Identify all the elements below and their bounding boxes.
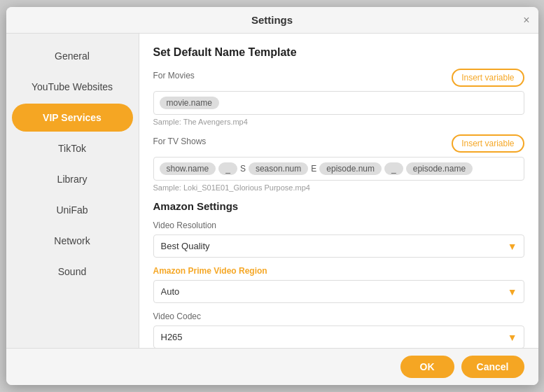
e-label: E [311, 164, 316, 174]
movie-template-field[interactable]: movie.name [153, 91, 524, 115]
page-title: Set Default Name Template [153, 46, 524, 59]
video-resolution-wrapper: Best Quality 1080p 720p 480p ▼ [153, 234, 524, 258]
main-content: Set Default Name Template For Movies Ins… [139, 34, 538, 348]
season-num-token: season.num [249, 162, 308, 175]
close-button[interactable]: × [523, 15, 529, 26]
tv-template-field[interactable]: show.name _ S season.num E episode.num _… [153, 157, 524, 181]
sidebar-item-library[interactable]: Library [12, 165, 133, 193]
dialog-title: Settings [251, 14, 293, 26]
movie-sample: Sample: The Avengers.mp4 [153, 118, 524, 126]
sidebar-item-vip-services[interactable]: VIP Services [12, 104, 133, 132]
video-resolution-select[interactable]: Best Quality 1080p 720p 480p [153, 234, 524, 258]
amazon-section-title: Amazon Settings [153, 200, 524, 212]
sep1-token: _ [218, 162, 237, 175]
dialog-body: General YouTube Websites VIP Services Ti… [6, 34, 538, 348]
video-codec-wrapper: H265 H264 AV1 ▼ [153, 326, 524, 348]
episode-num-token: episode.num [319, 162, 382, 175]
amazon-region-select[interactable]: Auto US UK DE JP [153, 280, 524, 303]
sidebar-item-sound[interactable]: Sound [12, 258, 133, 286]
sidebar-item-tiktok[interactable]: TikTok [12, 134, 133, 162]
sidebar-item-network[interactable]: Network [12, 227, 133, 255]
sep2-token: _ [384, 162, 403, 175]
ok-button[interactable]: OK [400, 356, 454, 378]
for-movies-label: For Movies [153, 71, 195, 80]
cancel-button[interactable]: Cancel [461, 356, 524, 378]
title-bar: Settings × [6, 7, 538, 34]
show-name-token: show.name [160, 162, 216, 175]
for-tv-shows-label: For TV Shows [153, 136, 207, 146]
dialog-footer: OK Cancel [6, 348, 538, 385]
amazon-region-wrapper: Auto US UK DE JP ▼ [153, 280, 524, 303]
settings-dialog: Settings × General YouTube Websites VIP … [6, 7, 538, 385]
sidebar-item-youtube-websites[interactable]: YouTube Websites [12, 73, 133, 101]
sidebar-item-unifab[interactable]: UniFab [12, 196, 133, 224]
movie-name-token: movie.name [160, 97, 219, 109]
video-codec-select[interactable]: H265 H264 AV1 [153, 326, 524, 348]
tv-shows-row: For TV Shows Insert variable [153, 134, 524, 153]
sidebar-item-general[interactable]: General [12, 42, 133, 70]
s-label: S [240, 164, 246, 174]
insert-variable-movies-button[interactable]: Insert variable [452, 69, 524, 87]
insert-variable-tv-button[interactable]: Insert variable [452, 134, 524, 153]
video-resolution-label: Video Resolution [153, 220, 524, 230]
tv-sample: Sample: Loki_S01E01_Glorious Purpose.mp4 [153, 183, 524, 192]
video-codec-label: Video Codec [153, 312, 524, 321]
episode-name-token: episode.name [406, 162, 473, 175]
amazon-region-label: Amazon Prime Video Region [153, 266, 524, 276]
sidebar: General YouTube Websites VIP Services Ti… [6, 34, 139, 348]
movies-row: For Movies Insert variable [153, 69, 524, 87]
